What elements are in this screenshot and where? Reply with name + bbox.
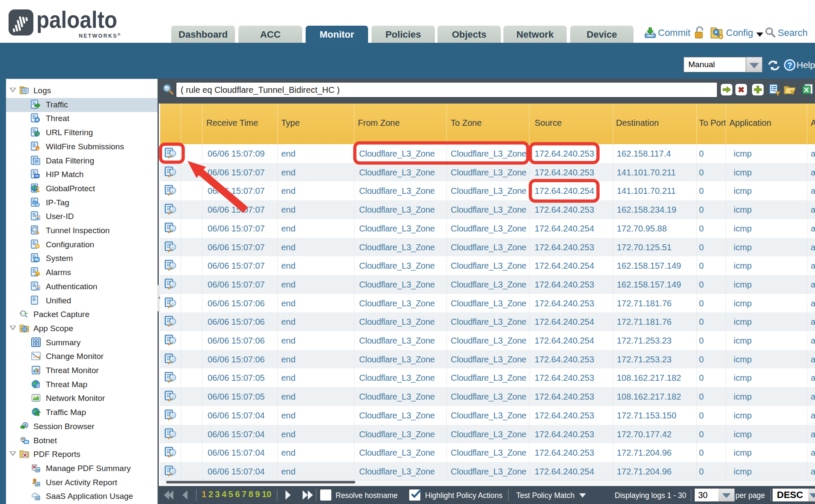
svg-text:?: ? [788, 61, 792, 70]
